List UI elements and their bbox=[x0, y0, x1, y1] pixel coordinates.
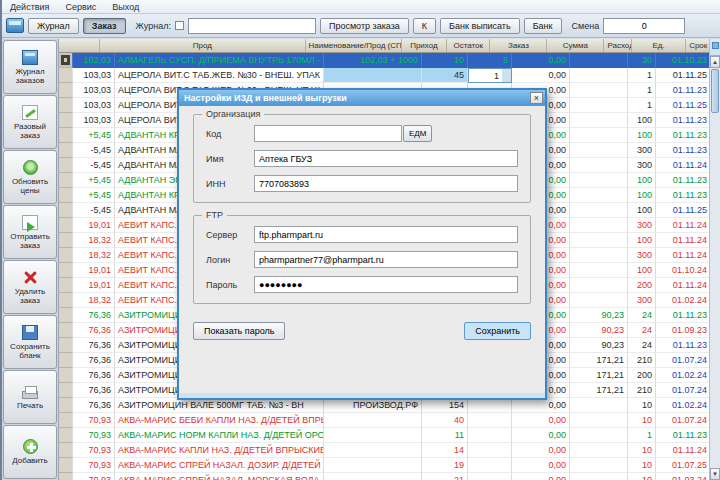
row-selector-cell[interactable] bbox=[59, 413, 73, 428]
save-button[interactable]: Сохранить bbox=[464, 322, 531, 340]
row-selector-cell[interactable] bbox=[59, 68, 73, 83]
k-button[interactable]: К bbox=[413, 18, 436, 34]
column-header[interactable] bbox=[59, 39, 100, 52]
table-row[interactable]: 103,03 АЦЕРОЛА ВИТ.С ТАБ.ЖЕВ. №30 - ВНЕШ… bbox=[59, 68, 711, 83]
cell-zakaz[interactable] bbox=[468, 473, 512, 480]
shift-field[interactable] bbox=[603, 18, 685, 34]
scroll-down-button[interactable]: ▼ bbox=[710, 468, 720, 480]
row-selector-cell[interactable] bbox=[59, 248, 73, 263]
cell-zakaz[interactable] bbox=[468, 428, 512, 443]
cell-rashod: 90,23 bbox=[570, 323, 628, 338]
row-selector-cell[interactable] bbox=[59, 398, 73, 413]
view-order-button[interactable]: Просмотр заказа bbox=[320, 18, 409, 34]
table-row[interactable]: 70,93 АКВА-МАРИС НОРМ КАПЛИ НАЗ. Д/ДЕТЕЙ… bbox=[59, 428, 711, 443]
row-selector-cell[interactable] bbox=[59, 188, 73, 203]
column-header[interactable]: Наименование/Прод (СПИСАН.ВНЕ) bbox=[306, 39, 402, 52]
server-field[interactable] bbox=[254, 226, 518, 243]
cell-zakaz[interactable]: 1 bbox=[468, 68, 512, 83]
vertical-scrollbar[interactable]: ▲ ▼ bbox=[709, 39, 720, 480]
row-selector-cell[interactable] bbox=[59, 53, 73, 68]
sidebar-button[interactable]: Сохранить бланк bbox=[3, 315, 57, 369]
sidebar-button[interactable]: Добавить bbox=[3, 425, 57, 479]
table-row[interactable]: 76,36 АЗИТРОМИЦИН ВАЛЕ 500МГ ТАБ. №3 - В… bbox=[59, 398, 711, 413]
row-selector-cell[interactable] bbox=[59, 218, 73, 233]
column-header[interactable]: Прод bbox=[100, 39, 305, 52]
code-lookup-button[interactable]: ЕДМ bbox=[403, 125, 432, 142]
scrollbar-thumb[interactable] bbox=[711, 69, 719, 113]
column-settings-icon bbox=[712, 42, 719, 49]
menu-item[interactable]: Действия bbox=[10, 2, 49, 12]
row-selector-cell[interactable] bbox=[59, 263, 73, 278]
row-selector-cell[interactable] bbox=[59, 308, 73, 323]
column-header[interactable]: Остаток bbox=[447, 39, 490, 52]
row-selector-cell[interactable] bbox=[59, 368, 73, 383]
show-password-button[interactable]: Показать пароль bbox=[193, 322, 285, 340]
table-row[interactable]: 70,93 АКВА-МАРИС КАПЛИ НАЗ. Д/ДЕТЕЙ ВПРЫ… bbox=[59, 443, 711, 458]
cell-zakaz[interactable]: 5 bbox=[468, 53, 512, 68]
journal-view-button[interactable]: Журнал bbox=[28, 18, 79, 34]
scroll-up-button[interactable]: ▲ bbox=[710, 56, 720, 68]
row-selector-cell[interactable] bbox=[59, 323, 73, 338]
cell-zakaz[interactable] bbox=[468, 398, 512, 413]
row-selector-cell[interactable] bbox=[59, 113, 73, 128]
row-selector-cell[interactable] bbox=[59, 293, 73, 308]
bank-upload-button[interactable]: Банк выписать bbox=[440, 18, 520, 34]
toolbar: Журнал Заказ Журнал: Просмотр заказа К Б… bbox=[2, 14, 720, 38]
row-selector-cell[interactable] bbox=[59, 128, 73, 143]
sidebar: Журнал заказов Разовый заказ Обновить це… bbox=[2, 39, 59, 480]
table-row[interactable]: 70,93 АКВА-МАРИС СПРЕЙ НАЗАЛ. МОРСКАЯ ВО… bbox=[59, 473, 711, 480]
column-settings-button[interactable] bbox=[710, 42, 720, 56]
row-selector-cell[interactable] bbox=[59, 383, 73, 398]
search-input[interactable] bbox=[188, 18, 316, 34]
cell-rashod bbox=[570, 428, 628, 443]
row-selector-cell[interactable] bbox=[59, 428, 73, 443]
sidebar-button[interactable]: Отправить заказ bbox=[3, 205, 57, 259]
dialog-titlebar[interactable]: Настройки ИЗД и внешней выгрузки × bbox=[179, 90, 545, 106]
cell-zakaz[interactable] bbox=[468, 413, 512, 428]
code-field[interactable] bbox=[254, 125, 402, 142]
journal-filter-checkbox[interactable] bbox=[175, 21, 184, 30]
sidebar-button[interactable]: Журнал заказов bbox=[3, 40, 57, 94]
table-row[interactable]: 70,93 АКВА-МАРИС БЕБИ КАПЛИ НАЗ. Д/ДЕТЕЙ… bbox=[59, 413, 711, 428]
bank-button[interactable]: Банк bbox=[524, 18, 562, 34]
column-header[interactable]: Заказ bbox=[490, 39, 547, 52]
row-selector-cell[interactable] bbox=[59, 98, 73, 113]
column-header[interactable]: Сумма bbox=[547, 39, 604, 52]
password-field[interactable] bbox=[254, 276, 518, 293]
inn-field[interactable] bbox=[254, 175, 518, 192]
cell-zakaz[interactable] bbox=[468, 443, 512, 458]
close-icon[interactable]: × bbox=[530, 92, 543, 104]
table-row[interactable]: 70,93 АКВА-МАРИС СПРЕЙ НАЗАЛ. ДОЗИР. Д/Д… bbox=[59, 458, 711, 473]
row-selector-cell[interactable] bbox=[59, 203, 73, 218]
menu-item[interactable]: Сервис bbox=[65, 2, 96, 12]
row-selector-cell[interactable] bbox=[59, 338, 73, 353]
row-selector-cell[interactable] bbox=[59, 233, 73, 248]
dialog-footer-strip bbox=[179, 393, 545, 398]
column-header[interactable]: Приход bbox=[402, 39, 447, 52]
row-selector-cell[interactable] bbox=[59, 158, 73, 173]
column-header[interactable]: Срок bbox=[686, 39, 711, 52]
column-header[interactable]: Расход bbox=[604, 39, 632, 52]
login-field[interactable] bbox=[254, 251, 518, 268]
sidebar-button[interactable]: Разовый заказ bbox=[3, 95, 57, 149]
row-selector-cell[interactable] bbox=[59, 473, 73, 480]
cell-zakaz[interactable] bbox=[468, 458, 512, 473]
sidebar-button-icon bbox=[22, 105, 38, 120]
row-selector-cell[interactable] bbox=[59, 143, 73, 158]
sidebar-button[interactable]: Печать bbox=[3, 370, 57, 424]
column-header[interactable]: Ед. bbox=[632, 39, 686, 52]
name-field[interactable] bbox=[254, 150, 518, 167]
table-row[interactable]: 102,03 АЛМАГЕЛЬ СУСП. Д/ПРИЕМА ВНУТРЬ 17… bbox=[59, 53, 711, 68]
menu-item[interactable]: Выход bbox=[112, 2, 139, 12]
sidebar-button[interactable]: Удалить заказ bbox=[3, 260, 57, 314]
row-selector-cell[interactable] bbox=[59, 458, 73, 473]
row-selector-cell[interactable] bbox=[59, 83, 73, 98]
cell-srok: 01.03.24 bbox=[656, 473, 711, 480]
cell-ed: 10 bbox=[628, 413, 656, 428]
sidebar-button[interactable]: Обновить цены bbox=[3, 150, 57, 204]
order-view-button[interactable]: Заказ bbox=[83, 18, 126, 34]
row-selector-cell[interactable] bbox=[59, 278, 73, 293]
row-selector-cell[interactable] bbox=[59, 443, 73, 458]
row-selector-cell[interactable] bbox=[59, 353, 73, 368]
row-selector-cell[interactable] bbox=[59, 173, 73, 188]
